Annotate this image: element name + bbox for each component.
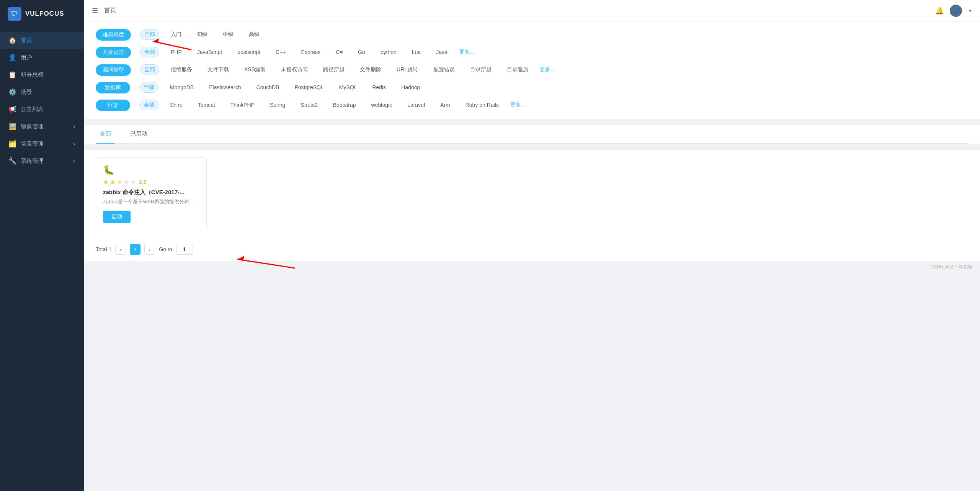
- sidebar-nav: 🏠 首页 👤 用户 📋 积分总榜 ⚙️ 场景 📢 公告列表 🖼️ 镜像管理 ∨ …: [0, 28, 84, 491]
- filter-option-language-10[interactable]: Java: [432, 47, 451, 57]
- card-title: zabbix 命令注入（CVE-2017-...: [103, 189, 199, 196]
- avatar[interactable]: 👤: [950, 5, 962, 17]
- nav-label-sys-mgmt: 系统管理: [21, 157, 44, 165]
- nav-icon-sys-mgmt: 🔧: [8, 157, 16, 165]
- sidebar-item-leaderboard[interactable]: 📋 积分总榜: [0, 66, 84, 83]
- filter-section: 难易程度全部入门初级中级高级开发语言全部PHPJavaScriptpostscr…: [84, 21, 980, 119]
- dropdown-icon[interactable]: ▼: [968, 8, 972, 13]
- filter-option-database-4[interactable]: PostgreSQL: [291, 83, 327, 92]
- filter-option-language-0[interactable]: 全部: [140, 47, 159, 57]
- filter-row-database: 数据库全部MongoDBElasticsearchCouchDBPostgreS…: [96, 82, 969, 93]
- star-empty-4: ★: [131, 178, 136, 186]
- filter-option-database-3[interactable]: CouchDB: [253, 83, 283, 92]
- filter-row-language: 开发语言全部PHPJavaScriptpostscriptC++ExpressC…: [96, 47, 969, 58]
- pagination-total: Total 1: [96, 246, 111, 252]
- tabs-section: 全部 已启动: [84, 125, 980, 144]
- filter-option-vuln-type-5[interactable]: 路径穿越: [319, 65, 348, 75]
- filter-option-language-4[interactable]: C++: [272, 47, 289, 57]
- filter-option-vuln-type-8[interactable]: 配置错误: [430, 65, 459, 75]
- filter-option-difficulty-4[interactable]: 高级: [245, 29, 263, 39]
- sidebar-item-user[interactable]: 👤 用户: [0, 49, 84, 66]
- cards-grid: 🐛 ★★★★★ 2.5 zabbix 命令注入（CVE-2017-... Zab…: [96, 157, 969, 230]
- filter-option-language-2[interactable]: JavaScript: [193, 47, 226, 57]
- nav-icon-scene: ⚙️: [8, 88, 16, 96]
- filter-option-framework-3[interactable]: ThinkPHP: [227, 100, 258, 110]
- filter-more-framework[interactable]: 更多...: [510, 101, 526, 108]
- filter-options-database: 全部MongoDBElasticsearchCouchDBPostgreSQLM…: [139, 82, 969, 93]
- filter-option-database-5[interactable]: MySQL: [335, 83, 361, 92]
- filter-option-framework-0[interactable]: 全部: [139, 100, 158, 110]
- nav-icon-user: 👤: [8, 54, 16, 62]
- filter-option-framework-9[interactable]: Arm: [436, 100, 454, 110]
- filter-option-vuln-type-6[interactable]: 文件删除: [356, 65, 385, 75]
- bug-icon: 🐛: [103, 165, 199, 175]
- filter-option-difficulty-3[interactable]: 中级: [219, 29, 237, 39]
- filter-option-language-6[interactable]: C#: [332, 47, 346, 57]
- tabs: 全部 已启动: [96, 125, 969, 144]
- filter-option-language-1[interactable]: PHP: [167, 47, 186, 57]
- pagination-page-input[interactable]: [176, 244, 193, 255]
- filter-option-database-0[interactable]: 全部: [139, 82, 158, 93]
- filter-option-vuln-type-10[interactable]: 目录遍历: [503, 65, 532, 75]
- filter-option-difficulty-0[interactable]: 全部: [140, 29, 159, 40]
- filter-option-language-7[interactable]: Go: [354, 47, 369, 57]
- pagination-next[interactable]: ›: [144, 244, 155, 255]
- pagination-page-1[interactable]: 1: [130, 244, 140, 255]
- filter-option-framework-2[interactable]: Tomcat: [194, 100, 219, 110]
- filter-option-language-5[interactable]: Express: [297, 47, 325, 57]
- pagination-prev[interactable]: ‹: [115, 244, 126, 255]
- logo-icon: 🛡: [8, 7, 21, 21]
- footer-text: CSDN @又一次花海: [930, 264, 972, 270]
- sidebar-item-announcements[interactable]: 📢 公告列表: [0, 101, 84, 118]
- filter-option-framework-7[interactable]: weblogic: [368, 100, 396, 110]
- tab-all[interactable]: 全部: [96, 125, 115, 144]
- filter-option-vuln-type-0[interactable]: 全部: [140, 64, 159, 75]
- filter-option-difficulty-2[interactable]: 初级: [193, 29, 211, 39]
- filter-option-framework-4[interactable]: Spring: [266, 100, 289, 110]
- tab-started[interactable]: 已启动: [126, 125, 151, 144]
- filter-option-vuln-type-4[interactable]: 未授权访问: [277, 65, 312, 75]
- menu-icon[interactable]: ☰: [92, 7, 98, 15]
- filter-option-vuln-type-2[interactable]: 文件下载: [204, 65, 233, 75]
- header-title: 首页: [104, 7, 116, 15]
- star-filled-1: ★: [110, 178, 115, 186]
- nav-icon-scene-mgmt: 🗂️: [8, 140, 16, 148]
- sidebar-item-scene[interactable]: ⚙️ 场景: [0, 83, 84, 101]
- filter-option-language-3[interactable]: postscript: [234, 47, 264, 57]
- cards-section: 🐛 ★★★★★ 2.5 zabbix 命令注入（CVE-2017-... Zab…: [84, 150, 980, 238]
- sidebar-item-sys-mgmt[interactable]: 🔧 系统管理 ∨: [0, 152, 84, 170]
- sidebar-logo: 🛡 VULFOCUS: [0, 0, 84, 28]
- sidebar-item-scene-mgmt[interactable]: 🗂️ 场景管理 ∨: [0, 135, 84, 152]
- filter-option-language-8[interactable]: python: [377, 47, 400, 57]
- main-wrapper: ☰ 首页 🔔 👤 ▼ 难易程度全部入门初级中级高级开发语言全部PHPJavaSc…: [84, 0, 980, 491]
- card-0[interactable]: 🐛 ★★★★★ 2.5 zabbix 命令注入（CVE-2017-... Zab…: [96, 157, 207, 230]
- filter-option-database-2[interactable]: Elasticsearch: [205, 83, 245, 92]
- filter-option-framework-5[interactable]: Struts2: [297, 100, 321, 110]
- filter-row-framework: 框架全部ShiroTomcatThinkPHPSpringStruts2Boot…: [96, 100, 969, 111]
- filter-option-framework-10[interactable]: Ruby on Rails: [462, 100, 503, 110]
- filter-option-vuln-type-3[interactable]: XSS漏洞: [240, 65, 270, 75]
- start-button[interactable]: 启动: [103, 211, 131, 223]
- filter-option-database-1[interactable]: MongoDB: [166, 83, 198, 92]
- filter-options-difficulty: 全部入门初级中级高级: [140, 29, 969, 40]
- filter-option-database-7[interactable]: Hadoop: [397, 83, 424, 92]
- bell-icon[interactable]: 🔔: [935, 7, 944, 15]
- filter-more-language[interactable]: 更多...: [459, 49, 474, 56]
- filter-more-vuln-type[interactable]: 更多...: [540, 66, 555, 73]
- filter-label-database: 数据库: [96, 82, 130, 93]
- filter-option-vuln-type-9[interactable]: 目录穿越: [466, 65, 495, 75]
- filter-option-vuln-type-1[interactable]: 拒绝服务: [167, 65, 196, 75]
- filter-label-framework: 框架: [96, 100, 130, 111]
- filter-option-language-9[interactable]: Lua: [408, 47, 425, 57]
- filter-option-framework-1[interactable]: Shiro: [166, 100, 186, 110]
- filter-option-framework-6[interactable]: Bootstrap: [329, 100, 360, 110]
- filter-option-vuln-type-7[interactable]: URL跳转: [393, 65, 422, 75]
- filter-option-framework-8[interactable]: Laravel: [403, 100, 429, 110]
- sidebar-item-image-mgmt[interactable]: 🖼️ 镜像管理 ∨: [0, 118, 84, 135]
- filter-option-database-6[interactable]: Redis: [368, 83, 390, 92]
- nav-label-scene: 场景: [21, 88, 32, 96]
- filter-option-difficulty-1[interactable]: 入门: [167, 29, 185, 39]
- sidebar-item-home[interactable]: 🏠 首页: [0, 32, 84, 49]
- filter-options-language: 全部PHPJavaScriptpostscriptC++ExpressC#Gop…: [140, 47, 969, 57]
- header: ☰ 首页 🔔 👤 ▼: [84, 0, 980, 21]
